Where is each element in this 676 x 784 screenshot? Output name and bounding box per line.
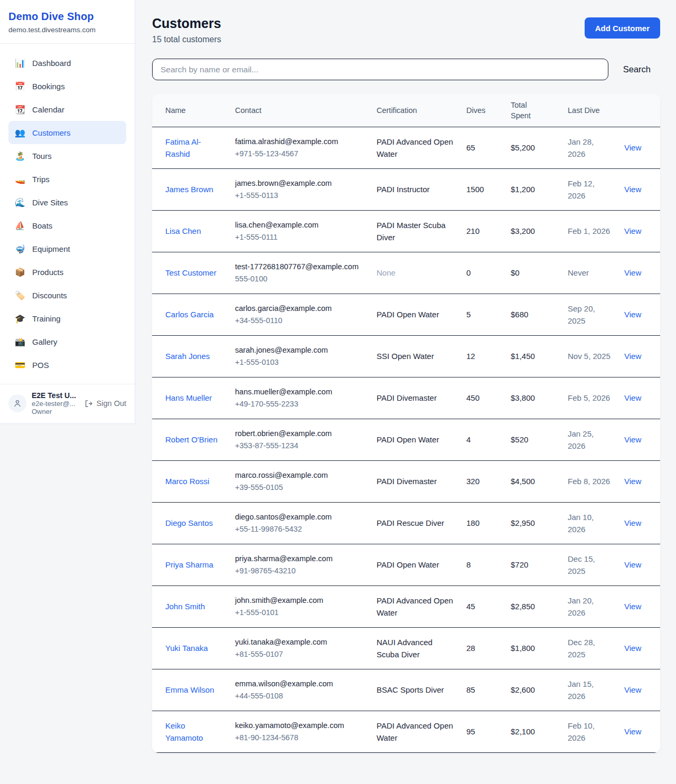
sidebar-item-discounts[interactable]: 🏷️ Discounts	[8, 284, 126, 307]
sidebar-item-trips[interactable]: 🚤 Trips	[8, 167, 126, 191]
customer-name-link[interactable]: Lisa Chen	[165, 225, 201, 237]
cell-certification: PADI Instructor	[370, 168, 460, 210]
cell-certification: SSI Open Water	[370, 335, 460, 377]
view-customer-link[interactable]: View	[624, 644, 641, 653]
customer-name-link[interactable]: Test Customer	[165, 267, 217, 279]
cell-certification: PADI Divemaster	[370, 460, 460, 502]
sign-out-label: Sign Out	[97, 399, 126, 408]
view-customer-link[interactable]: View	[624, 352, 641, 361]
add-customer-button[interactable]: Add Customer	[585, 17, 660, 39]
label-tag-icon: 🏷️	[15, 290, 25, 300]
customer-phone: +353-87-555-1234	[235, 440, 364, 452]
calendar-date-icon: 📅	[15, 81, 25, 91]
page-header-text: Customers 15 total customers	[152, 16, 221, 44]
sidebar-item-products[interactable]: 📦 Products	[8, 260, 126, 284]
view-customer-link[interactable]: View	[624, 602, 641, 611]
bar-chart-icon: 📊	[15, 58, 25, 68]
cell-name: Emma Wilson	[152, 669, 229, 711]
sidebar-item-equipment[interactable]: 🤿 Equipment	[8, 237, 126, 260]
customer-phone: +81-90-1234-5678	[235, 732, 364, 744]
customer-name-link[interactable]: Sarah Jones	[165, 350, 210, 362]
cell-total-spent: $3,800	[504, 377, 561, 419]
sidebar-item-bookings[interactable]: 📅 Bookings	[8, 74, 126, 98]
cell-actions: View	[618, 711, 660, 752]
customer-phone: +1-555-0113	[235, 190, 364, 202]
table-header-row: Name Contact Certification Dives Total S…	[152, 94, 660, 127]
cell-dives: 210	[460, 210, 504, 252]
sign-out-button[interactable]: Sign Out	[84, 399, 126, 408]
customer-phone: +1-555-0103	[235, 356, 364, 369]
customer-name-link[interactable]: Emma Wilson	[165, 684, 214, 696]
view-customer-link[interactable]: View	[624, 393, 641, 402]
cell-actions: View	[618, 669, 660, 711]
search-input[interactable]	[152, 59, 608, 80]
sidebar-item-boats[interactable]: ⛵ Boats	[8, 214, 126, 237]
customer-phone: +81-555-0107	[235, 648, 364, 660]
customers-table-card: Name Contact Certification Dives Total S…	[152, 94, 660, 753]
sidebar-item-tours[interactable]: 🏝️ Tours	[8, 144, 126, 167]
cell-name: Diego Santos	[152, 502, 229, 544]
customer-name-link[interactable]: Keiko Yamamoto	[165, 720, 222, 744]
view-customer-link[interactable]: View	[624, 560, 641, 569]
view-customer-link[interactable]: View	[624, 518, 641, 527]
cell-certification: PADI Advanced Open Water	[370, 127, 460, 168]
customer-name-link[interactable]: Robert O'Brien	[165, 433, 218, 446]
column-header-last-dive: Last Dive	[561, 94, 618, 127]
cell-last-dive: Feb 12, 2026	[561, 168, 618, 210]
cell-total-spent: $1,200	[504, 168, 561, 210]
customer-name-link[interactable]: Yuki Tanaka	[165, 642, 208, 654]
search-row: Search	[152, 59, 660, 80]
view-customer-link[interactable]: View	[624, 685, 641, 694]
cell-certification: PADI Master Scuba Diver	[370, 210, 460, 252]
cell-contact: yuki.tanaka@example.com +81-555-0107	[229, 627, 370, 669]
sidebar-item-calendar[interactable]: 📆 Calendar	[8, 98, 126, 121]
sidebar-item-dive-sites[interactable]: 🌊 Dive Sites	[8, 191, 126, 214]
view-customer-link[interactable]: View	[624, 185, 641, 194]
customer-name-link[interactable]: John Smith	[165, 600, 205, 612]
customer-email: test-1772681807767@example.com	[235, 261, 364, 273]
cell-total-spent: $520	[504, 419, 561, 460]
customer-email: diego.santos@example.com	[235, 511, 364, 523]
customer-name-link[interactable]: Hans Mueller	[165, 392, 212, 404]
customer-name-link[interactable]: Diego Santos	[165, 517, 213, 529]
view-customer-link[interactable]: View	[624, 310, 641, 319]
search-button[interactable]: Search	[608, 64, 660, 74]
cell-actions: View	[618, 210, 660, 252]
customer-name-link[interactable]: James Brown	[165, 183, 213, 195]
sidebar: Demo Dive Shop demo.test.divestreams.com…	[0, 0, 135, 424]
customer-name-link[interactable]: Priya Sharma	[165, 559, 213, 571]
customer-email: marco.rossi@example.com	[235, 469, 364, 481]
view-customer-link[interactable]: View	[624, 268, 641, 277]
cell-last-dive: Jan 10, 2026	[561, 502, 618, 544]
sidebar-item-gallery[interactable]: 📸 Gallery	[8, 330, 126, 353]
view-customer-link[interactable]: View	[624, 226, 641, 235]
customer-name-link[interactable]: Carlos Garcia	[165, 308, 214, 320]
customer-name-link[interactable]: Marco Rossi	[165, 475, 209, 487]
view-customer-link[interactable]: View	[624, 435, 641, 444]
shop-name: Demo Dive Shop	[8, 11, 126, 23]
view-customer-link[interactable]: View	[624, 143, 641, 152]
sidebar-item-pos[interactable]: 💳 POS	[8, 353, 126, 376]
sidebar-item-dashboard[interactable]: 📊 Dashboard	[8, 51, 126, 74]
cell-total-spent: $5,200	[504, 127, 561, 168]
cell-name: Sarah Jones	[152, 335, 229, 377]
customer-name-link[interactable]: Fatima Al-Rashid	[165, 136, 222, 160]
cell-dives: 5	[460, 294, 504, 335]
customer-email: fatima.alrashid@example.com	[235, 136, 364, 148]
view-customer-link[interactable]: View	[624, 477, 641, 486]
person-icon	[13, 399, 22, 408]
cell-dives: 8	[460, 544, 504, 585]
cell-total-spent: $1,450	[504, 335, 561, 377]
customer-email: sarah.jones@example.com	[235, 344, 364, 356]
user-name: E2E Test U...	[32, 391, 79, 400]
diving-mask-icon: 🤿	[15, 244, 25, 254]
sidebar-item-training[interactable]: 🎓 Training	[8, 307, 126, 330]
view-customer-link[interactable]: View	[624, 727, 641, 736]
cell-name: Priya Sharma	[152, 544, 229, 585]
column-header-actions	[618, 94, 660, 127]
cell-actions: View	[618, 252, 660, 294]
people-icon: 👥	[15, 128, 25, 138]
cell-certification: PADI Divemaster	[370, 377, 460, 419]
cell-last-dive: Jan 15, 2026	[561, 669, 618, 711]
sidebar-item-customers[interactable]: 👥 Customers	[8, 121, 126, 144]
